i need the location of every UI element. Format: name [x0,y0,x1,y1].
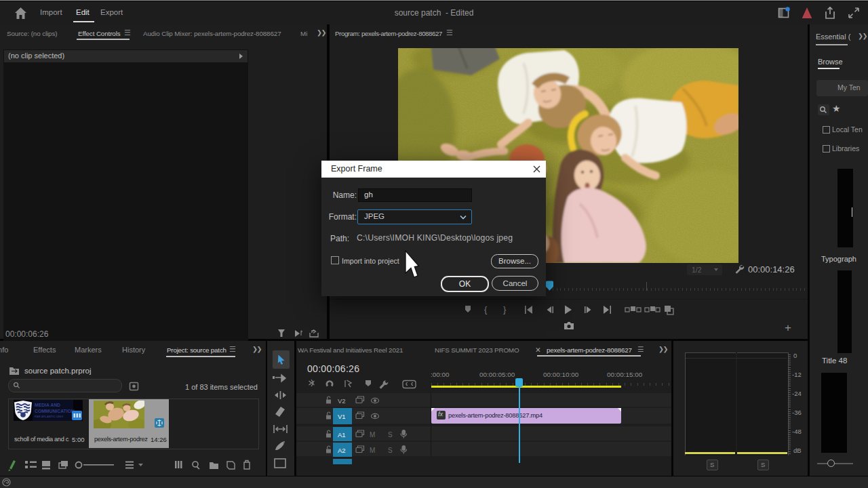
svg-text:{: { [484,304,488,314]
svg-text:V1: V1 [338,413,346,420]
svg-text:M: M [370,447,375,454]
svg-text:COMMUNICATION: COMMUNICATION [35,409,75,413]
svg-text:V2: V2 [338,397,346,405]
svg-text:A2: A2 [338,447,346,454]
svg-text:FAR ATLANTIC UNIV: FAR ATLANTIC UNIV [35,415,63,418]
svg-text:}: } [503,304,507,314]
svg-text:S: S [388,431,393,439]
svg-text:S: S [388,447,393,454]
svg-text:M: M [370,431,375,439]
svg-text:A1: A1 [338,431,346,439]
svg-text:MEDIA AND: MEDIA AND [35,403,60,407]
